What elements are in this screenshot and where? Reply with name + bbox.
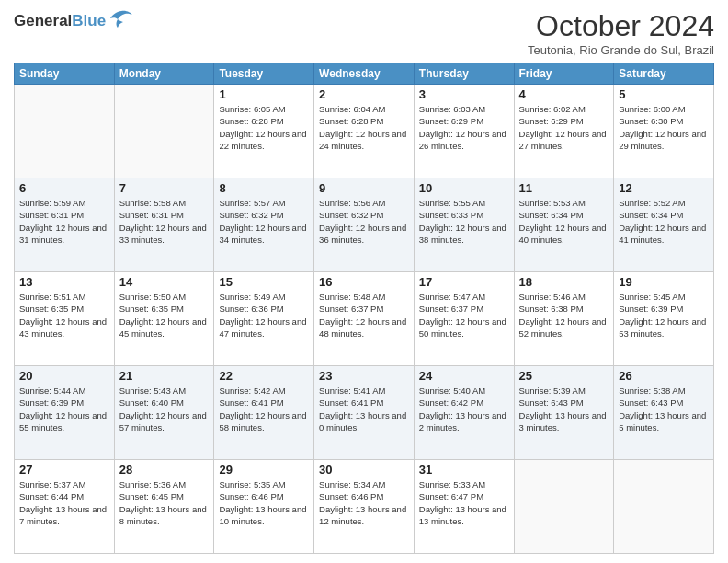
calendar-cell: 12Sunrise: 5:52 AMSunset: 6:34 PMDayligh… [614, 178, 714, 272]
calendar-cell: 29Sunrise: 5:35 AMSunset: 6:46 PMDayligh… [214, 460, 314, 554]
calendar-cell: 21Sunrise: 5:43 AMSunset: 6:40 PMDayligh… [114, 366, 214, 460]
day-number: 9 [319, 181, 409, 195]
day-info: Sunrise: 5:40 AMSunset: 6:42 PMDaylight:… [419, 385, 509, 433]
day-number: 10 [419, 181, 509, 195]
calendar-subtitle: Teutonia, Rio Grande do Sul, Brazil [528, 43, 714, 57]
calendar-cell: 5Sunrise: 6:00 AMSunset: 6:30 PMDaylight… [614, 85, 714, 178]
day-info: Sunrise: 5:52 AMSunset: 6:34 PMDaylight:… [619, 197, 709, 246]
day-info: Sunrise: 6:03 AMSunset: 6:29 PMDaylight:… [419, 103, 509, 152]
day-info: Sunrise: 5:41 AMSunset: 6:41 PMDaylight:… [319, 385, 409, 433]
calendar-cell: 4Sunrise: 6:02 AMSunset: 6:29 PMDaylight… [514, 85, 614, 178]
calendar-cell: 28Sunrise: 5:36 AMSunset: 6:45 PMDayligh… [114, 460, 214, 554]
day-number: 19 [619, 275, 709, 289]
day-number: 30 [319, 463, 409, 477]
day-number: 27 [19, 463, 109, 477]
calendar-title: October 2024 [528, 9, 714, 43]
day-info: Sunrise: 5:33 AMSunset: 6:47 PMDaylight:… [419, 478, 509, 527]
day-number: 24 [419, 369, 509, 383]
day-info: Sunrise: 5:49 AMSunset: 6:36 PMDaylight:… [219, 291, 309, 339]
weekday-header-row: SundayMondayTuesdayWednesdayThursdayFrid… [15, 63, 714, 85]
calendar-week-row: 6Sunrise: 5:59 AMSunset: 6:31 PMDaylight… [15, 178, 714, 272]
weekday-header: Friday [514, 63, 614, 85]
calendar-cell: 14Sunrise: 5:50 AMSunset: 6:35 PMDayligh… [114, 272, 214, 366]
day-info: Sunrise: 5:38 AMSunset: 6:43 PMDaylight:… [619, 385, 709, 433]
day-info: Sunrise: 5:53 AMSunset: 6:34 PMDaylight:… [519, 197, 609, 246]
page: GeneralBlue October 2024 Teutonia, Rio G… [0, 0, 728, 563]
day-number: 7 [119, 181, 210, 195]
day-number: 23 [319, 369, 409, 383]
calendar-cell: 22Sunrise: 5:42 AMSunset: 6:41 PMDayligh… [214, 366, 314, 460]
calendar-cell: 3Sunrise: 6:03 AMSunset: 6:29 PMDaylight… [414, 85, 514, 178]
day-info: Sunrise: 5:34 AMSunset: 6:46 PMDaylight:… [319, 478, 409, 527]
day-number: 18 [519, 275, 609, 289]
day-number: 11 [519, 181, 609, 195]
calendar-cell: 20Sunrise: 5:44 AMSunset: 6:39 PMDayligh… [15, 366, 115, 460]
weekday-header: Thursday [414, 63, 514, 85]
calendar-cell: 24Sunrise: 5:40 AMSunset: 6:42 PMDayligh… [414, 366, 514, 460]
day-info: Sunrise: 5:43 AMSunset: 6:40 PMDaylight:… [119, 385, 210, 433]
day-number: 17 [419, 275, 509, 289]
calendar-cell: 13Sunrise: 5:51 AMSunset: 6:35 PMDayligh… [15, 272, 115, 366]
day-info: Sunrise: 5:50 AMSunset: 6:35 PMDaylight:… [119, 291, 210, 339]
calendar-table: SundayMondayTuesdayWednesdayThursdayFrid… [14, 63, 714, 554]
header: GeneralBlue October 2024 Teutonia, Rio G… [14, 9, 714, 57]
weekday-header: Wednesday [314, 63, 415, 85]
day-info: Sunrise: 5:39 AMSunset: 6:43 PMDaylight:… [519, 385, 609, 433]
weekday-header: Monday [114, 63, 214, 85]
calendar-week-row: 13Sunrise: 5:51 AMSunset: 6:35 PMDayligh… [15, 272, 714, 366]
calendar-cell [114, 85, 214, 178]
day-number: 16 [319, 275, 409, 289]
day-number: 26 [619, 369, 709, 383]
calendar-cell [15, 85, 115, 178]
calendar-cell: 17Sunrise: 5:47 AMSunset: 6:37 PMDayligh… [414, 272, 514, 366]
day-number: 31 [419, 463, 509, 477]
day-info: Sunrise: 5:48 AMSunset: 6:37 PMDaylight:… [319, 291, 409, 339]
logo: GeneralBlue [14, 9, 134, 32]
calendar-cell: 18Sunrise: 5:46 AMSunset: 6:38 PMDayligh… [514, 272, 614, 366]
calendar-cell: 27Sunrise: 5:37 AMSunset: 6:44 PMDayligh… [15, 460, 115, 554]
day-info: Sunrise: 5:59 AMSunset: 6:31 PMDaylight:… [19, 197, 109, 246]
calendar-cell: 15Sunrise: 5:49 AMSunset: 6:36 PMDayligh… [214, 272, 314, 366]
calendar-week-row: 27Sunrise: 5:37 AMSunset: 6:44 PMDayligh… [15, 460, 714, 554]
calendar-cell [614, 460, 714, 554]
day-number: 22 [219, 369, 309, 383]
calendar-cell [514, 460, 614, 554]
day-info: Sunrise: 6:05 AMSunset: 6:28 PMDaylight:… [219, 103, 309, 152]
day-info: Sunrise: 6:04 AMSunset: 6:28 PMDaylight:… [319, 103, 409, 152]
logo-general: General [14, 12, 72, 29]
day-number: 2 [319, 87, 409, 101]
day-number: 21 [119, 369, 210, 383]
day-number: 8 [219, 181, 309, 195]
day-number: 3 [419, 87, 509, 101]
day-info: Sunrise: 5:44 AMSunset: 6:39 PMDaylight:… [19, 385, 109, 433]
day-info: Sunrise: 5:56 AMSunset: 6:32 PMDaylight:… [319, 197, 409, 246]
day-number: 1 [219, 87, 309, 101]
day-info: Sunrise: 5:37 AMSunset: 6:44 PMDaylight:… [19, 478, 109, 527]
calendar-cell: 8Sunrise: 5:57 AMSunset: 6:32 PMDaylight… [214, 178, 314, 272]
day-info: Sunrise: 5:45 AMSunset: 6:39 PMDaylight:… [619, 291, 709, 339]
day-info: Sunrise: 6:02 AMSunset: 6:29 PMDaylight:… [519, 103, 609, 152]
day-number: 12 [619, 181, 709, 195]
calendar-cell: 16Sunrise: 5:48 AMSunset: 6:37 PMDayligh… [314, 272, 415, 366]
day-info: Sunrise: 5:58 AMSunset: 6:31 PMDaylight:… [119, 197, 210, 246]
day-number: 13 [19, 275, 109, 289]
day-info: Sunrise: 5:51 AMSunset: 6:35 PMDaylight:… [19, 291, 109, 339]
calendar-cell: 6Sunrise: 5:59 AMSunset: 6:31 PMDaylight… [15, 178, 115, 272]
weekday-header: Tuesday [214, 63, 314, 85]
day-info: Sunrise: 5:57 AMSunset: 6:32 PMDaylight:… [219, 197, 309, 246]
calendar-cell: 7Sunrise: 5:58 AMSunset: 6:31 PMDaylight… [114, 178, 214, 272]
weekday-header: Saturday [614, 63, 714, 85]
calendar-cell: 2Sunrise: 6:04 AMSunset: 6:28 PMDaylight… [314, 85, 415, 178]
day-number: 14 [119, 275, 210, 289]
calendar-cell: 23Sunrise: 5:41 AMSunset: 6:41 PMDayligh… [314, 366, 415, 460]
day-info: Sunrise: 5:46 AMSunset: 6:38 PMDaylight:… [519, 291, 609, 339]
day-number: 15 [219, 275, 309, 289]
calendar-cell: 26Sunrise: 5:38 AMSunset: 6:43 PMDayligh… [614, 366, 714, 460]
calendar-cell: 31Sunrise: 5:33 AMSunset: 6:47 PMDayligh… [414, 460, 514, 554]
day-info: Sunrise: 5:55 AMSunset: 6:33 PMDaylight:… [419, 197, 509, 246]
calendar-week-row: 20Sunrise: 5:44 AMSunset: 6:39 PMDayligh… [15, 366, 714, 460]
day-info: Sunrise: 5:35 AMSunset: 6:46 PMDaylight:… [219, 478, 309, 527]
calendar-cell: 10Sunrise: 5:55 AMSunset: 6:33 PMDayligh… [414, 178, 514, 272]
logo-blue: Blue [72, 12, 106, 29]
calendar-week-row: 1Sunrise: 6:05 AMSunset: 6:28 PMDaylight… [15, 85, 714, 178]
